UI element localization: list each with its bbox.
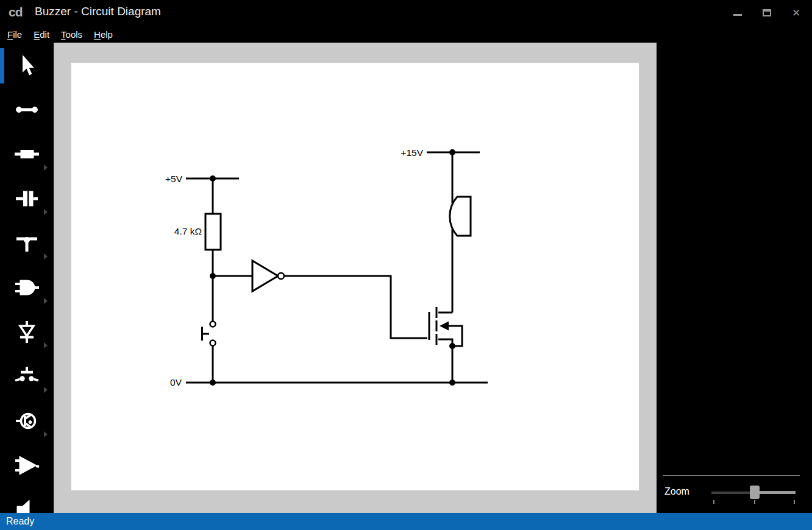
tool-push-button[interactable] [0,354,54,398]
resistor-value-label: 4.7 kΩ [174,226,202,236]
maximize-icon [763,9,771,16]
rail-0v-label: 0V [170,377,182,387]
buzzer[interactable] [450,152,471,313]
menu-bar: File Edit Tools Help [0,26,812,43]
menu-file[interactable]: File [7,29,22,40]
tool-capacitor[interactable] [0,176,54,221]
flyout-arrow-icon[interactable] [44,387,48,393]
zoom-separator [663,475,800,476]
main-area: +5V 4.7 kΩ [0,43,812,513]
resistor[interactable]: 4.7 kΩ [174,178,221,276]
flyout-arrow-icon[interactable] [44,298,48,304]
tool-power-rail[interactable] [0,221,54,265]
logic-gate-tool-icon [13,274,40,301]
app-logo-icon: cd [9,5,23,19]
minimize-button[interactable] [723,2,752,24]
junction-dot [210,380,216,386]
rail-5v-label: +5V [165,174,183,184]
window-controls: ✕ [723,0,811,26]
app-window: cd Buzzer - Circuit Diagram ✕ File Edit … [0,0,812,530]
minimize-icon [733,14,742,16]
title-bar: cd Buzzer - Circuit Diagram ✕ [0,0,812,26]
zoom-slider-thumb[interactable] [750,486,760,499]
tool-speaker[interactable] [0,487,54,513]
right-panel: Zoom [657,43,812,513]
tool-select[interactable] [0,43,54,87]
zoom-tick-max [794,500,795,504]
capacitor-tool-icon [13,185,40,212]
rail-0v[interactable]: 0V [170,377,488,387]
speaker-tool-icon [13,496,40,514]
rail-15v-label: +15V [401,147,423,158]
status-bar: Ready [0,513,812,530]
zoom-tick-min [713,500,714,504]
canvas-area[interactable]: +5V 4.7 kΩ [54,43,657,513]
transistor-tool-icon [13,408,40,434]
zoom-label: Zoom [664,486,689,497]
inverter-bubble [278,273,284,279]
tool-diode[interactable] [0,309,54,354]
flyout-arrow-icon[interactable] [44,342,48,348]
tool-transistor[interactable] [0,398,54,443]
menu-help[interactable]: Help [94,29,113,40]
gate-output-wire[interactable] [284,276,427,338]
flyout-arrow-icon[interactable] [44,164,48,171]
flyout-arrow-icon[interactable] [44,209,48,215]
not-gate[interactable] [213,261,427,338]
component-toolbar [0,43,54,513]
maximize-button[interactable] [752,2,782,24]
flyout-arrow-icon[interactable] [44,431,48,437]
menu-edit[interactable]: Edit [34,29,49,40]
tool-logic-gate[interactable] [0,265,54,309]
zoom-slider-track-right[interactable] [759,491,796,494]
close-button[interactable]: ✕ [782,2,811,24]
push-button[interactable] [202,276,216,383]
op-amp-tool-icon [13,452,40,479]
zoom-slider-track-left[interactable] [711,492,752,494]
power-rail-tool-icon [13,230,40,256]
menu-tools[interactable]: Tools [61,29,82,40]
diode-tool-icon [13,319,40,345]
wire-tool-icon [13,96,40,123]
tool-resistor[interactable] [0,132,54,176]
window-title: Buzzer - Circuit Diagram [35,5,161,18]
zoom-tick-mid [754,500,755,504]
flyout-arrow-icon[interactable] [44,253,48,260]
power-rail-15v[interactable]: +15V [401,147,480,158]
resistor-tool-icon [13,141,40,168]
push-button-tool-icon [13,363,40,390]
close-icon: ✕ [792,8,800,18]
power-rail-5v[interactable]: +5V [165,174,239,184]
tool-op-amp[interactable] [0,443,54,487]
select-tool-icon [13,52,40,79]
tool-wire[interactable] [0,87,54,132]
mosfet[interactable] [429,307,462,383]
circuit-diagram: +5V 4.7 kΩ [54,43,657,513]
status-text: Ready [6,513,34,529]
